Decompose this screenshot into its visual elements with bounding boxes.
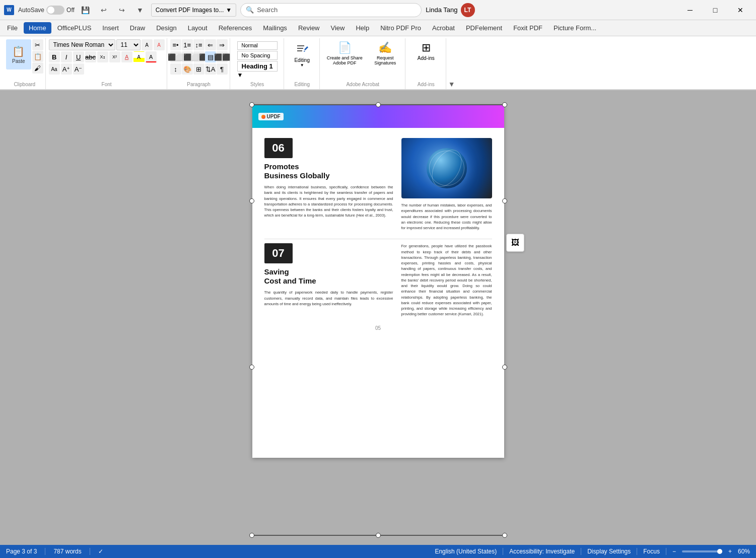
handle-bl2[interactable] <box>249 533 254 538</box>
handle-br[interactable] <box>502 365 507 370</box>
display-settings-button[interactable]: Display Settings <box>587 548 631 555</box>
superscript-button[interactable]: X² <box>109 51 120 62</box>
undo-button[interactable]: ↩ <box>97 3 111 17</box>
autosave-toggle[interactable] <box>46 6 64 15</box>
convert-pdf-button[interactable]: Convert PDF Images to... ▼ <box>151 4 236 17</box>
paste-button[interactable]: 📋 Paste <box>6 39 31 69</box>
font-color-button[interactable]: A <box>146 51 157 62</box>
user-avatar: LT <box>461 3 475 17</box>
menu-item-nitro-pdf-pro[interactable]: Nitro PDF Pro <box>375 22 426 34</box>
doc-area[interactable]: 🖼 UPDF 06 Promo <box>0 90 756 545</box>
zoom-out-button[interactable]: − <box>672 548 676 555</box>
handle-tl[interactable] <box>249 102 254 107</box>
menu-item-officeplus[interactable]: OfficePLUS <box>52 22 97 34</box>
menu-item-help[interactable]: Help <box>351 22 374 34</box>
font-dialog-button[interactable]: A <box>142 39 153 50</box>
zoom-level[interactable]: 60% <box>738 548 750 555</box>
search-icon: 🔍 <box>246 6 254 14</box>
line-spacing-button[interactable]: ↕ <box>170 63 181 75</box>
redo-button[interactable]: ↪ <box>115 3 129 17</box>
window-controls: ─ □ ✕ <box>678 2 752 18</box>
zoom-in-button[interactable]: + <box>728 548 732 555</box>
align-right-button[interactable]: ⬜⬛ <box>193 51 204 62</box>
styles-group: Normal No Spacing Heading 1 ▼ Styles <box>231 38 284 89</box>
bold-button[interactable]: B <box>49 51 60 62</box>
save-button[interactable]: 💾 <box>79 3 93 17</box>
borders-button[interactable]: ⊞ <box>193 63 204 75</box>
menu-item-draw[interactable]: Draw <box>125 22 150 34</box>
handle-bl[interactable] <box>249 365 254 370</box>
decrease-indent-button[interactable]: ⇐ <box>205 39 216 50</box>
font-case-button[interactable]: Aa <box>49 63 60 75</box>
subscript-button[interactable]: X₂ <box>97 51 108 62</box>
handle-bc[interactable] <box>376 533 381 538</box>
styles-expand-icon[interactable]: ▼ <box>237 72 243 79</box>
numbering-button[interactable]: 1≡ <box>182 39 193 50</box>
handle-br2[interactable] <box>502 533 507 538</box>
section-07-right: For generations, people have utilized th… <box>401 243 492 317</box>
styles-button[interactable]: Normal No Spacing Heading 1 ▼ <box>233 39 282 81</box>
strikethrough-button[interactable]: abc <box>85 51 96 62</box>
handle-tr[interactable] <box>502 102 507 107</box>
accessibility-label[interactable]: Accessibility: Investigate <box>509 548 575 555</box>
copy-button[interactable]: 📋 <box>32 51 43 62</box>
styles-label: Styles <box>250 81 264 88</box>
section-06-title: Promotes Business Globally <box>264 162 393 180</box>
pilcrow-button[interactable]: ¶ <box>217 63 228 75</box>
section-07-body[interactable]: The quantity of paperwork needed daily t… <box>264 290 393 307</box>
menu-item-acrobat[interactable]: Acrobat <box>427 22 460 34</box>
handle-mr[interactable] <box>502 198 507 203</box>
ribbon-expand-button[interactable]: ▼ <box>447 79 456 89</box>
grow-font-button[interactable]: A⁺ <box>61 63 72 75</box>
italic-button[interactable]: I <box>61 51 72 62</box>
editing-button[interactable]: Editing ▼ <box>287 39 317 69</box>
sort-button[interactable]: ⇅A <box>205 63 216 75</box>
menu-item-pdfelement[interactable]: PDFelement <box>461 22 507 34</box>
cut-button[interactable]: ✂ <box>32 39 43 50</box>
image-handle-icon[interactable]: 🖼 <box>506 234 524 252</box>
menu-item-layout[interactable]: Layout <box>183 22 213 34</box>
section-06-body[interactable]: When doing international business, speci… <box>264 184 393 219</box>
menu-item-insert[interactable]: Insert <box>97 22 124 34</box>
menu-item-references[interactable]: References <box>214 22 257 34</box>
font-family-select[interactable]: Times New Roman <box>49 39 115 50</box>
shading-button[interactable]: 🎨 <box>182 63 193 75</box>
request-signatures-button[interactable]: ✍ Request Signatures <box>368 39 403 67</box>
menu-item-foxit-pdf[interactable]: Foxit PDF <box>508 22 547 34</box>
autosave-group: AutoSave Off <box>18 6 75 15</box>
format-painter-button[interactable]: 🖌 <box>32 62 43 74</box>
minimize-button[interactable]: ─ <box>678 2 702 18</box>
editing-group-label: Editing <box>294 81 310 88</box>
page-info: Page 3 of 3 <box>6 548 37 555</box>
addins-group: ⊞ Add-ins Add-ins <box>406 38 446 89</box>
clear-format-button[interactable]: A <box>154 39 165 50</box>
font-size-select[interactable]: 11 <box>116 39 141 50</box>
underline-button[interactable]: U <box>73 51 84 62</box>
menu-item-view[interactable]: View <box>326 22 350 34</box>
bullets-button[interactable]: ≡• <box>170 39 181 50</box>
menu-item-picture-form...[interactable]: Picture Form... <box>548 22 601 34</box>
focus-button[interactable]: Focus <box>643 548 660 555</box>
multilevel-button[interactable]: ↕≡ <box>193 39 204 50</box>
menu-item-review[interactable]: Review <box>293 22 325 34</box>
globe-image <box>401 138 492 198</box>
create-share-pdf-button[interactable]: 📄 Create and Share Adobe PDF <box>323 39 367 67</box>
menu-item-mailings[interactable]: Mailings <box>258 22 292 34</box>
language[interactable]: English (United States) <box>435 548 497 555</box>
increase-indent-button[interactable]: ⇒ <box>217 39 228 50</box>
maximize-button[interactable]: □ <box>704 2 727 18</box>
search-box[interactable]: 🔍 Search <box>240 3 422 17</box>
handle-ml[interactable] <box>249 198 254 203</box>
text-highlight-button[interactable]: A <box>133 51 145 62</box>
menu-item-design[interactable]: Design <box>151 22 181 34</box>
addins-button[interactable]: ⊞ Add-ins <box>408 39 444 63</box>
handle-tc[interactable] <box>376 102 381 107</box>
menu-item-file[interactable]: File <box>2 22 23 34</box>
menu-item-home[interactable]: Home <box>24 22 51 34</box>
shrink-font-button[interactable]: A⁻ <box>73 63 84 75</box>
text-effects-button[interactable]: A <box>121 51 132 62</box>
quick-access-more-button[interactable]: ▼ <box>133 3 147 17</box>
zoom-slider[interactable] <box>682 550 722 552</box>
distribute-button[interactable]: ⬛⬛ <box>217 51 228 62</box>
close-button[interactable]: ✕ <box>729 2 752 18</box>
